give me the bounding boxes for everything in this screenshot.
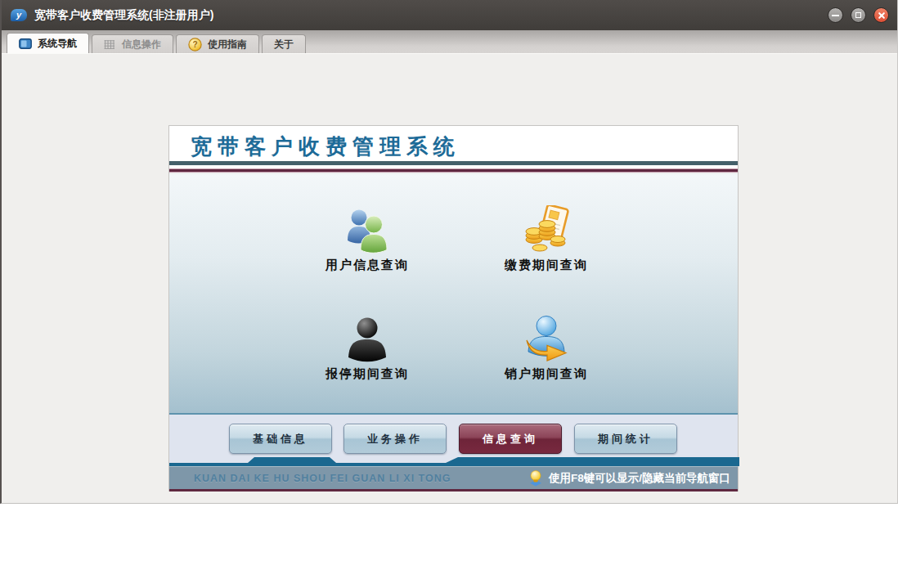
monitor-icon xyxy=(19,38,32,49)
shortcut-area: 用户信息查询 xyxy=(169,174,738,413)
shortcut-label: 销户期间查询 xyxy=(456,366,636,382)
status-left-text: KUAN DAI KE HU SHOU FEI GUAN LI XI TONG xyxy=(194,473,451,484)
f8-key-label: F8 xyxy=(571,472,584,484)
users-icon xyxy=(343,207,391,254)
tab-about[interactable]: 关于 xyxy=(262,34,306,53)
navigation-panel: 宽带客户收费管理系统 xyxy=(168,125,739,491)
person-arrow-icon xyxy=(523,314,570,363)
person-icon xyxy=(345,316,389,363)
maximize-icon xyxy=(855,12,861,18)
panel-header: 宽带客户收费管理系统 xyxy=(169,126,738,161)
wave-divider xyxy=(169,457,739,466)
tab-label: 系统导航 xyxy=(38,37,77,51)
tab-label: 信息操作 xyxy=(122,38,161,52)
category-period-statistics-button[interactable]: 期间统计 xyxy=(574,424,677,454)
minimize-icon xyxy=(832,15,839,16)
panel-title: 宽带客户收费管理系统 xyxy=(191,134,460,159)
shortcut-label: 缴费期间查询 xyxy=(456,258,636,273)
category-info-query-button[interactable]: 信息查询 xyxy=(459,424,562,454)
tab-label: 使用指南 xyxy=(208,38,247,52)
shortcut-label: 用户信息查询 xyxy=(277,258,457,273)
shortcut-cancellation-period-query[interactable]: 销户期间查询 xyxy=(456,314,636,382)
category-business-operations-button[interactable]: 业务操作 xyxy=(343,424,447,454)
help-icon: ? xyxy=(188,38,202,52)
close-button[interactable] xyxy=(873,7,889,23)
category-button-bar: 基础信息 业务操作 信息查询 期间统计 xyxy=(169,415,738,466)
window-title: 宽带客户收费管理系统(非注册用户) xyxy=(34,8,213,23)
coins-icon xyxy=(523,205,570,254)
status-bar: KUAN DAI KE HU SHOU FEI GUAN LI XI TONG … xyxy=(169,466,738,489)
window-controls xyxy=(828,7,889,23)
tab-system-navigation[interactable]: 系统导航 xyxy=(7,33,89,53)
titlebar: y 宽带客户收费管理系统(非注册用户) xyxy=(2,0,897,30)
shortcut-suspension-period-query[interactable]: 报停期间查询 xyxy=(277,316,457,382)
app-logo-icon: y xyxy=(11,9,27,21)
question-glyph: ? xyxy=(192,40,197,49)
minimize-button[interactable] xyxy=(828,7,843,23)
shortcut-payment-period-query[interactable]: 缴费期间查询 xyxy=(456,205,636,273)
tab-bar: 系统导航 信息操作 ? 使用指南 关于 xyxy=(2,30,897,54)
shortcut-user-info-query[interactable]: 用户信息查询 xyxy=(277,207,457,273)
shortcut-label: 报停期间查询 xyxy=(277,366,457,382)
grid-icon xyxy=(104,39,116,50)
maximize-button[interactable] xyxy=(851,7,866,23)
tab-label: 关于 xyxy=(274,38,294,52)
tab-info-operations[interactable]: 信息操作 xyxy=(92,34,173,53)
lightbulb-icon xyxy=(529,470,542,487)
tab-user-guide[interactable]: ? 使用指南 xyxy=(176,34,259,53)
category-basic-info-button[interactable]: 基础信息 xyxy=(229,424,332,454)
panel-bottom-stripe xyxy=(169,489,738,491)
app-window: y 宽带客户收费管理系统(非注册用户) 系统导航 信息操作 xyxy=(0,0,898,504)
status-tip-text: 使用F8键可以显示/隐藏当前导航窗口 xyxy=(549,471,730,486)
